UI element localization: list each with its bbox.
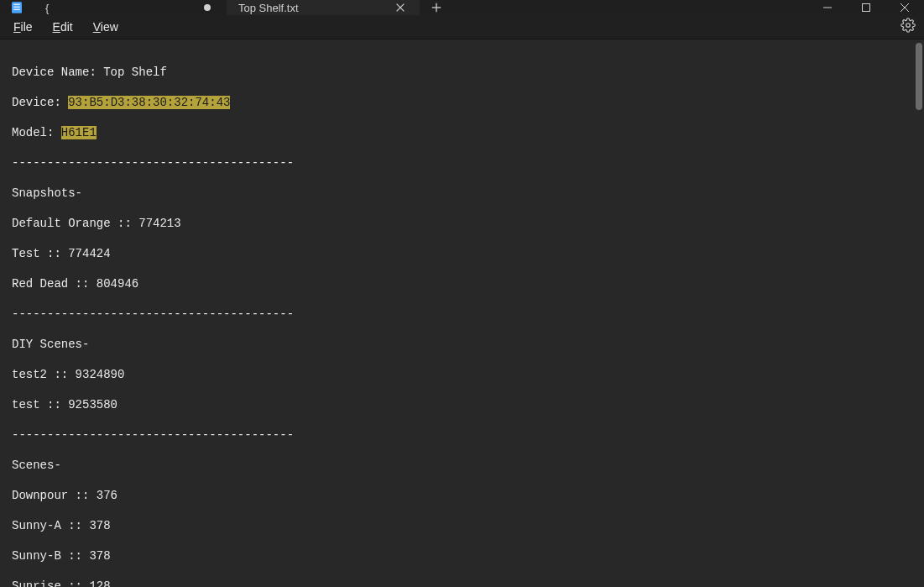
- window-controls: [808, 0, 924, 15]
- text-line: Sunrise :: 128: [12, 579, 924, 587]
- menu-view[interactable]: View: [83, 15, 128, 39]
- text-line: Test :: 774424: [12, 246, 924, 261]
- text-line: ----------------------------------------: [12, 427, 924, 443]
- notepad-app-icon: [0, 0, 34, 15]
- gear-icon: [901, 18, 916, 33]
- text-line: DIY Scenes-: [12, 337, 924, 352]
- app-window: { Top Shelf.txt: [0, 0, 924, 587]
- tab-dirty-indicator-icon: [200, 0, 215, 15]
- tab-unsaved[interactable]: {: [34, 0, 227, 15]
- close-icon: [900, 3, 910, 13]
- highlighted-device-id: 93:B5:D3:38:30:32:74:43: [68, 96, 230, 109]
- editor-area: Device Name: Top Shelf Device: 93:B5:D3:…: [0, 39, 924, 587]
- text-line: Sunny-B :: 378: [12, 548, 924, 563]
- text-line: Model: H61E1: [12, 125, 924, 140]
- text-line: Default Orange :: 774213: [12, 216, 924, 231]
- tab-title: Top Shelf.txt: [238, 2, 299, 14]
- window-minimize-button[interactable]: [808, 0, 847, 15]
- text-line: Device: 93:B5:D3:38:30:32:74:43: [12, 95, 924, 110]
- text-editor[interactable]: Device Name: Top Shelf Device: 93:B5:D3:…: [0, 39, 924, 587]
- tab-strip: { Top Shelf.txt: [34, 0, 420, 15]
- svg-rect-9: [863, 4, 870, 12]
- text-line: Downpour :: 376: [12, 488, 924, 503]
- menu-edit[interactable]: Edit: [43, 15, 83, 39]
- menu-file[interactable]: File: [3, 15, 43, 39]
- text-line: Device Name: Top Shelf: [12, 65, 924, 80]
- vertical-scrollbar[interactable]: [916, 43, 922, 110]
- text-line: Snapshots-: [12, 186, 924, 201]
- tab-close-button[interactable]: [393, 0, 408, 15]
- plus-icon: [431, 2, 442, 13]
- window-maximize-button[interactable]: [847, 0, 885, 15]
- new-tab-button[interactable]: [420, 0, 453, 15]
- svg-rect-0: [12, 2, 22, 13]
- highlighted-model: H61E1: [61, 126, 97, 139]
- window-close-button[interactable]: [885, 0, 924, 15]
- text-line: ----------------------------------------: [12, 307, 924, 322]
- text-line: Scenes-: [12, 458, 924, 473]
- text-line: test2 :: 9324890: [12, 367, 924, 382]
- text-line: ----------------------------------------: [12, 155, 924, 170]
- settings-button[interactable]: [901, 18, 916, 36]
- minimize-icon: [822, 3, 833, 13]
- maximize-icon: [861, 3, 871, 13]
- text-line: test :: 9253580: [12, 397, 924, 412]
- tab-title: {: [45, 2, 49, 14]
- text-line: Red Dead :: 804946: [12, 276, 924, 291]
- text-line: Sunny-A :: 378: [12, 518, 924, 533]
- tab-top-shelf[interactable]: Top Shelf.txt: [227, 0, 420, 15]
- menu-bar: File Edit View: [0, 15, 924, 39]
- close-icon: [394, 2, 406, 13]
- svg-point-12: [906, 24, 911, 28]
- title-bar: { Top Shelf.txt: [0, 0, 924, 15]
